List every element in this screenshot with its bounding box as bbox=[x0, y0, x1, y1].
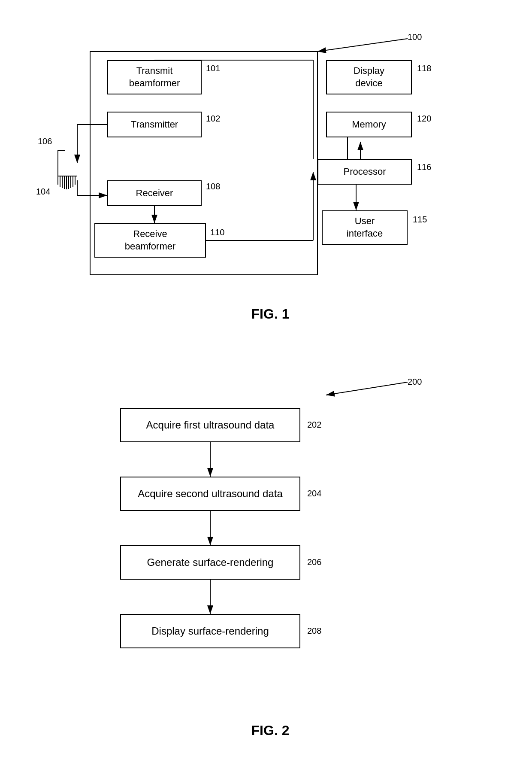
memory-label: Memory bbox=[352, 119, 386, 131]
receive-beamformer-box: Receivebeamformer bbox=[94, 223, 206, 258]
step3-label: Generate surface-rendering bbox=[147, 556, 274, 569]
receive-beamformer-label: Receivebeamformer bbox=[125, 228, 176, 252]
fig2-ref-200: 200 bbox=[408, 377, 422, 387]
fig2-label: FIG. 2 bbox=[251, 723, 290, 739]
processor-label: Processor bbox=[343, 166, 386, 178]
fig2-ref-204: 204 bbox=[307, 489, 321, 498]
transmitter-box: Transmitter bbox=[107, 112, 202, 137]
transmit-beamformer-label: Transmitbeamformer bbox=[129, 65, 180, 89]
ref-101: 101 bbox=[206, 64, 220, 73]
step4-label: Display surface-rendering bbox=[151, 624, 269, 638]
memory-box: Memory bbox=[326, 112, 412, 137]
step2-box: Acquire second ultrasound data bbox=[120, 477, 300, 511]
fig1-diagram: Transmitbeamformer Transmitter Receiver … bbox=[34, 26, 506, 326]
transmitter-label: Transmitter bbox=[131, 119, 178, 131]
fig2-diagram: Acquire first ultrasound data Acquire se… bbox=[34, 369, 506, 743]
ref-115: 115 bbox=[413, 215, 427, 225]
receiver-box: Receiver bbox=[107, 180, 202, 206]
receiver-label: Receiver bbox=[136, 187, 173, 200]
fig2-ref-206: 206 bbox=[307, 557, 321, 567]
ref-108: 108 bbox=[206, 182, 220, 191]
fig2-ref-208: 208 bbox=[307, 626, 321, 636]
step1-box: Acquire first ultrasound data bbox=[120, 408, 300, 442]
ref-100: 100 bbox=[408, 32, 422, 42]
ref-110: 110 bbox=[210, 228, 224, 237]
ref-118: 118 bbox=[417, 64, 431, 73]
fig1-label: FIG. 1 bbox=[251, 306, 290, 322]
ref-116: 116 bbox=[417, 162, 431, 172]
svg-line-25 bbox=[317, 39, 408, 52]
fig2-ref-202: 202 bbox=[307, 420, 321, 430]
display-device-label: Displaydevice bbox=[354, 65, 384, 89]
display-device-box: Displaydevice bbox=[326, 60, 412, 94]
svg-line-27 bbox=[326, 382, 408, 395]
step1-label: Acquire first ultrasound data bbox=[146, 418, 275, 432]
ref-102: 102 bbox=[206, 114, 220, 124]
transmit-beamformer-box: Transmitbeamformer bbox=[107, 60, 202, 94]
ref-120: 120 bbox=[417, 114, 431, 124]
step2-label: Acquire second ultrasound data bbox=[138, 487, 283, 500]
step4-box: Display surface-rendering bbox=[120, 614, 300, 648]
ref-104: 104 bbox=[36, 187, 50, 197]
user-interface-label: Userinterface bbox=[347, 215, 383, 240]
processor-box: Processor bbox=[317, 159, 412, 185]
fig1-svg bbox=[34, 26, 506, 326]
ref-106: 106 bbox=[38, 137, 52, 146]
page: Transmitbeamformer Transmitter Receiver … bbox=[0, 0, 532, 775]
user-interface-box: Userinterface bbox=[322, 210, 408, 245]
step3-box: Generate surface-rendering bbox=[120, 545, 300, 580]
